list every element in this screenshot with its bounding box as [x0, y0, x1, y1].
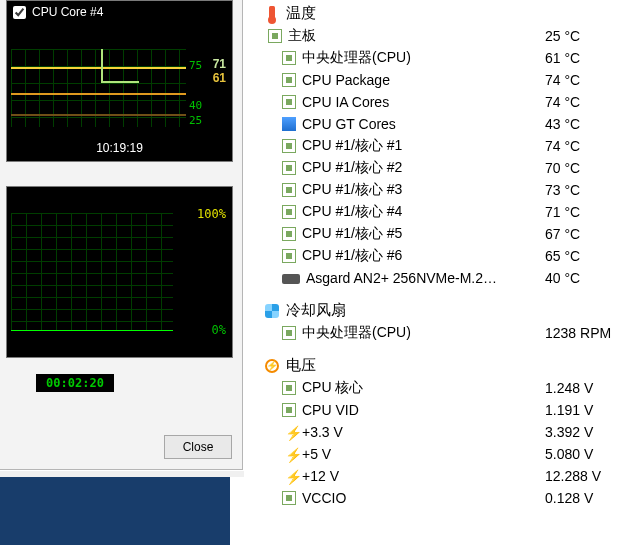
- row-cpu-gt[interactable]: CPU GT Cores43 °C: [250, 113, 641, 135]
- row-label: CPU GT Cores: [302, 116, 545, 132]
- chip-icon: [282, 249, 296, 263]
- core4-checkbox-input[interactable]: [13, 6, 26, 19]
- row-value: 3.392 V: [545, 424, 641, 440]
- trace-brown: [11, 114, 186, 116]
- row-core5[interactable]: CPU #1/核心 #567 °C: [250, 223, 641, 245]
- row-12v[interactable]: +12 V12.288 V: [250, 465, 641, 487]
- row-core2[interactable]: CPU #1/核心 #270 °C: [250, 157, 641, 179]
- chip-icon: [282, 161, 296, 175]
- chip-icon: [282, 381, 296, 395]
- section-fan-label: 冷却风扇: [286, 301, 346, 320]
- chip-icon: [282, 139, 296, 153]
- chip-icon: [282, 403, 296, 417]
- row-label: CPU IA Cores: [302, 94, 545, 110]
- temperature-graph: CPU Core #4 75 40 25 71 61 10:19:19: [6, 0, 233, 162]
- row-label: Asgard AN2+ 256NVMe-M.2…: [306, 270, 545, 286]
- row-cpu[interactable]: 中央处理器(CPU)61 °C: [250, 47, 641, 69]
- y-axis-40: 40: [189, 99, 202, 112]
- reading-71: 71: [213, 57, 226, 71]
- row-label: CPU #1/核心 #4: [302, 203, 545, 221]
- row-label: CPU #1/核心 #3: [302, 181, 545, 199]
- usage-graph: 100% 0%: [6, 186, 233, 358]
- bolt-icon: [282, 469, 296, 483]
- row-value: 73 °C: [545, 182, 641, 198]
- core4-checkbox-label: CPU Core #4: [32, 5, 103, 19]
- bolt-icon: [282, 425, 296, 439]
- row-value: 1.248 V: [545, 380, 641, 396]
- row-core3[interactable]: CPU #1/核心 #373 °C: [250, 179, 641, 201]
- row-vcore[interactable]: CPU 核心1.248 V: [250, 377, 641, 399]
- section-temperature[interactable]: 温度: [264, 4, 641, 23]
- row-label: CPU VID: [302, 402, 545, 418]
- row-3v3[interactable]: +3.3 V3.392 V: [250, 421, 641, 443]
- row-value: 61 °C: [545, 50, 641, 66]
- row-core6[interactable]: CPU #1/核心 #665 °C: [250, 245, 641, 267]
- row-motherboard[interactable]: 主板25 °C: [250, 25, 641, 47]
- row-cpu-ia[interactable]: CPU IA Cores74 °C: [250, 91, 641, 113]
- chip-icon: [282, 51, 296, 65]
- bolt-icon: [282, 447, 296, 461]
- core4-checkbox[interactable]: CPU Core #4: [11, 5, 103, 19]
- row-label: VCCIO: [302, 490, 545, 506]
- row-value: 1238 RPM: [545, 325, 641, 341]
- row-label: CPU 核心: [302, 379, 545, 397]
- row-5v[interactable]: +5 V5.080 V: [250, 443, 641, 465]
- row-value: 25 °C: [545, 28, 641, 44]
- y-axis-25: 25: [189, 114, 202, 127]
- sensor-panel: 温度 主板25 °C 中央处理器(CPU)61 °C CPU Package74…: [250, 0, 641, 545]
- ssd-icon: [282, 274, 300, 284]
- row-value: 1.191 V: [545, 402, 641, 418]
- chip-icon: [282, 73, 296, 87]
- row-label: CPU #1/核心 #6: [302, 247, 545, 265]
- row-label: CPU #1/核心 #5: [302, 225, 545, 243]
- y-axis-75: 75: [189, 59, 202, 72]
- chip-icon: [282, 183, 296, 197]
- usage-flatline: [11, 330, 173, 331]
- row-label: CPU #1/核心 #1: [302, 137, 545, 155]
- x-axis-time: 10:19:19: [7, 141, 232, 155]
- row-label: 主板: [288, 27, 545, 45]
- row-cpu-package[interactable]: CPU Package74 °C: [250, 69, 641, 91]
- y-axis-0pct: 0%: [212, 323, 226, 337]
- voltage-icon: [264, 358, 280, 374]
- row-label: +5 V: [302, 446, 545, 462]
- chip-icon: [282, 326, 296, 340]
- background-strip: [0, 471, 244, 545]
- row-value: 12.288 V: [545, 468, 641, 484]
- row-value: 40 °C: [545, 270, 641, 286]
- row-value: 65 °C: [545, 248, 641, 264]
- row-value: 5.080 V: [545, 446, 641, 462]
- section-temperature-label: 温度: [286, 4, 316, 23]
- trace-step: [101, 49, 139, 83]
- row-vccio[interactable]: VCCIO0.128 V: [250, 487, 641, 509]
- chip-icon: [268, 29, 282, 43]
- row-value: 67 °C: [545, 226, 641, 242]
- reading-61: 61: [213, 71, 226, 85]
- trace-orange: [11, 93, 186, 95]
- section-fan[interactable]: 冷却风扇: [264, 301, 641, 320]
- close-button[interactable]: Close: [164, 435, 232, 459]
- gpu-icon: [282, 117, 296, 131]
- chip-icon: [282, 227, 296, 241]
- y-axis-100pct: 100%: [197, 207, 226, 221]
- row-value: 43 °C: [545, 116, 641, 132]
- row-label: +12 V: [302, 468, 545, 484]
- section-voltage[interactable]: 电压: [264, 356, 641, 375]
- row-value: 70 °C: [545, 160, 641, 176]
- row-core1[interactable]: CPU #1/核心 #174 °C: [250, 135, 641, 157]
- row-vid[interactable]: CPU VID1.191 V: [250, 399, 641, 421]
- row-label: 中央处理器(CPU): [302, 49, 545, 67]
- row-ssd[interactable]: Asgard AN2+ 256NVMe-M.2…40 °C: [250, 267, 641, 289]
- row-label: CPU Package: [302, 72, 545, 88]
- trace-yellow: [11, 67, 186, 69]
- chip-icon: [282, 491, 296, 505]
- row-fan-cpu[interactable]: 中央处理器(CPU)1238 RPM: [250, 322, 641, 344]
- thermometer-icon: [264, 6, 280, 22]
- elapsed-timer: 00:02:20: [36, 374, 114, 392]
- row-core4[interactable]: CPU #1/核心 #471 °C: [250, 201, 641, 223]
- row-label: CPU #1/核心 #2: [302, 159, 545, 177]
- row-value: 71 °C: [545, 204, 641, 220]
- fan-icon: [264, 303, 280, 319]
- row-value: 74 °C: [545, 138, 641, 154]
- chip-icon: [282, 205, 296, 219]
